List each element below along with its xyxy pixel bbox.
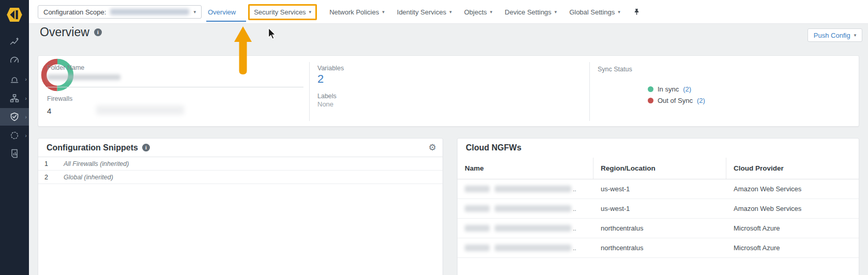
redacted-name (465, 205, 490, 212)
tab-network-policies[interactable]: Network Policies ▾ (329, 8, 385, 16)
divider (589, 62, 590, 121)
card-title-text: Configuration Snippets (47, 143, 138, 152)
sync-status-legend: In sync (2) Out of Sync (2) (648, 85, 705, 104)
sidebar-item-dashboard[interactable] (0, 51, 29, 69)
sidebar-item-incidents[interactable]: › (0, 70, 29, 88)
annotation-arrow-up-icon (233, 25, 254, 77)
page-title-text: Overview (40, 25, 89, 39)
card-title: Cloud NGFWs (466, 143, 522, 152)
snippet-rows: 1 All Firewalls (inherited) 2 Global (in… (38, 157, 443, 184)
top-nav-bar: Configuration Scope: ▾ Overview Security… (29, 0, 868, 24)
alarm-icon (10, 74, 19, 84)
snippet-row[interactable]: 2 Global (inherited) (38, 171, 443, 184)
sitemap-icon (10, 94, 19, 103)
chevron-down-icon: ▾ (449, 10, 452, 14)
info-icon[interactable]: i (142, 144, 150, 151)
cloud-ngfws-table: Name Region/Location Cloud Provider .. u… (458, 158, 859, 258)
snippet-row[interactable]: 1 All Firewalls (inherited) (38, 157, 443, 171)
ngfw-name-cell: .. (458, 186, 593, 193)
variables-label: Variables (317, 65, 344, 72)
chevron-down-icon: ▾ (309, 10, 312, 14)
gauge-icon (10, 55, 19, 65)
brand-logo-icon[interactable] (7, 8, 22, 22)
tab-global-settings[interactable]: Global Settings ▾ (569, 8, 620, 16)
redacted-scope-value (110, 9, 189, 15)
chevron-down-icon: ▾ (382, 10, 385, 14)
tab-security-services[interactable]: Security Services ▾ (248, 4, 317, 20)
ngfw-region-cell: us-west-1 (593, 185, 726, 193)
row-number: 1 (44, 160, 64, 167)
in-sync-count-link[interactable]: (2) (683, 85, 691, 93)
row-number: 2 (44, 174, 64, 181)
sidebar-item-insights[interactable] (0, 33, 29, 51)
folder-name-label: Folder Name (47, 64, 84, 71)
column-header-provider[interactable]: Cloud Provider (726, 158, 859, 179)
push-config-button[interactable]: Push Config ▾ (808, 28, 862, 42)
column-header-region[interactable]: Region/Location (593, 158, 726, 179)
legend-label: Out of Sync (658, 97, 693, 104)
firewalls-label: Firewalls (47, 95, 72, 102)
chevron-down-icon: ▾ (193, 10, 196, 14)
sidebar-item-security-services[interactable]: › (0, 108, 29, 126)
tab-objects[interactable]: Objects ▾ (464, 8, 493, 16)
card-header: Configuration Snippets i (38, 139, 443, 157)
sync-status-label: Sync Status (598, 66, 632, 73)
redacted-name (495, 245, 571, 251)
chevron-right-icon: › (25, 77, 27, 82)
table-row[interactable]: .. us-west-1 Amazon Web Services (458, 199, 859, 219)
tab-label: Identity Services (397, 8, 446, 16)
redacted-name (465, 186, 490, 192)
activity-icon (10, 37, 19, 47)
configuration-scope-select[interactable]: Configuration Scope: ▾ (38, 5, 202, 19)
tab-label: Device Settings (505, 8, 551, 16)
push-config-label: Push Config (814, 32, 850, 39)
out-of-sync-dot-icon (648, 98, 653, 103)
redacted-name (495, 205, 571, 212)
table-row[interactable]: .. us-west-1 Amazon Web Services (458, 179, 859, 199)
chevron-right-icon: › (25, 133, 27, 139)
screen: › › › › (0, 0, 868, 275)
gear-icon[interactable]: ⚙ (429, 142, 436, 154)
configuration-snippets-card: Configuration Snippets i ⚙ 1 All Firewal… (38, 138, 443, 275)
ngfw-provider-cell: Amazon Web Services (726, 185, 859, 193)
ngfw-region-cell: northcentralus (593, 224, 726, 232)
ngfw-provider-cell: Amazon Web Services (726, 205, 859, 212)
dotted-circle-icon (10, 131, 19, 140)
card-title-text: Cloud NGFWs (466, 143, 522, 152)
chevron-down-icon: ▾ (555, 10, 557, 14)
ngfw-provider-cell: Microsoft Azure (726, 224, 859, 232)
chevron-right-icon: › (25, 114, 27, 120)
out-of-sync-count-link[interactable]: (2) (697, 97, 705, 104)
mouse-cursor-icon (268, 27, 277, 40)
name-ellipsis: .. (573, 186, 576, 193)
ngfw-region-cell: us-west-1 (593, 205, 726, 212)
snippet-name: Global (inherited) (64, 174, 113, 181)
sidebar-item-network[interactable]: › (0, 89, 29, 107)
in-sync-dot-icon (648, 86, 653, 92)
redacted-name (465, 245, 490, 251)
table-row[interactable]: .. northcentralus Microsoft Azure (458, 219, 859, 238)
table-row[interactable]: .. northcentralus Microsoft Azure (458, 238, 859, 258)
tab-identity-services[interactable]: Identity Services ▾ (397, 8, 452, 16)
name-ellipsis: .. (573, 205, 576, 212)
tab-label: Global Settings (569, 8, 615, 16)
redacted-name (495, 225, 571, 232)
cloud-ngfws-card: Cloud NGFWs Name Region/Location Cloud P… (457, 138, 859, 275)
card-header: Cloud NGFWs (458, 139, 859, 157)
sidebar-item-reports[interactable] (0, 145, 29, 162)
variables-value[interactable]: 2 (317, 72, 324, 86)
tab-label: Network Policies (329, 8, 379, 16)
pin-tabs-button[interactable] (633, 8, 641, 16)
tab-device-settings[interactable]: Device Settings ▾ (505, 8, 557, 16)
firewalls-value: 4 (47, 106, 51, 115)
main-tabs: Overview Security Services ▾ Network Pol… (208, 0, 641, 24)
name-ellipsis: .. (573, 225, 576, 232)
labels-label: Labels (317, 93, 337, 100)
chevron-down-icon: ▾ (490, 10, 493, 14)
tab-overview[interactable]: Overview (208, 8, 236, 16)
sidebar-item-workflows[interactable]: › (0, 127, 29, 144)
info-icon[interactable]: i (94, 28, 102, 36)
column-header-name[interactable]: Name (458, 158, 593, 179)
tab-label: Objects (464, 8, 487, 16)
legend-item-out-of-sync: Out of Sync (2) (648, 97, 705, 104)
